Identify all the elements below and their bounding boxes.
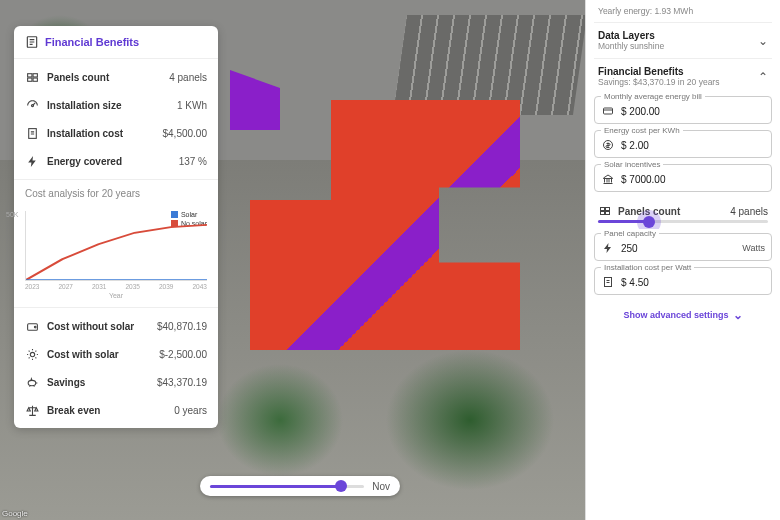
chevron-down-icon (758, 35, 768, 47)
card-icon (601, 104, 615, 118)
chart-xlabel: Year (25, 290, 207, 299)
show-advanced-label: Show advanced settings (623, 310, 728, 320)
results-list: Cost without solar$40,870.19 Cost with s… (14, 307, 218, 428)
xtick: 2027 (59, 283, 73, 290)
show-advanced-button[interactable]: Show advanced settings (594, 301, 772, 329)
result-value: $40,870.19 (157, 321, 207, 332)
coin-icon (601, 138, 615, 152)
metric-row: Installation size1 KWh (14, 91, 218, 119)
result-value: 0 years (174, 405, 207, 416)
result-row: Cost with solar$-2,500.00 (14, 340, 218, 368)
metric-row: Installation cost$4,500.00 (14, 119, 218, 147)
metric-value: 137 % (179, 156, 207, 167)
result-row: Savings$43,370.19 (14, 368, 218, 396)
svg-rect-1 (27, 73, 31, 76)
chevron-up-icon (758, 71, 768, 83)
metric-label: Panels count (47, 72, 161, 83)
svg-rect-15 (601, 212, 605, 215)
svg-rect-13 (601, 208, 605, 211)
field-legend: Solar incentives (601, 160, 663, 169)
xtick: 2039 (159, 283, 173, 290)
section-title: Financial Benefits (598, 66, 684, 77)
slider-fill (210, 485, 341, 488)
svg-rect-3 (27, 78, 31, 81)
install-cost-watt-field[interactable]: Installation cost per Watt $ 4.50 (594, 267, 772, 295)
chevron-down-icon (733, 309, 743, 321)
invoice-icon (25, 35, 39, 49)
svg-rect-2 (33, 73, 37, 76)
panels-count-row: Panels count 4 panels (594, 198, 772, 220)
svg-rect-11 (604, 108, 613, 114)
month-label: Nov (372, 481, 390, 492)
field-value: $ 200.00 (621, 106, 660, 117)
financial-benefits-card: Financial Benefits Panels count4 panels … (14, 26, 218, 428)
incentives-field[interactable]: Solar incentives $ 7000.00 (594, 164, 772, 192)
bolt-icon (601, 241, 615, 255)
field-value: $ 7000.00 (621, 174, 666, 185)
section-subtitle: Savings: $43,370.19 in 20 years (598, 77, 719, 87)
xtick: 2023 (25, 283, 39, 290)
card-title: Financial Benefits (45, 36, 139, 48)
panel-capacity-field[interactable]: Panel capacity 250 Watts (594, 233, 772, 261)
section-title: Data Layers (598, 30, 655, 41)
panels-icon (598, 204, 612, 218)
svg-point-9 (30, 352, 34, 356)
chart-xticks: 2023 2027 2031 2035 2039 2043 (25, 281, 207, 290)
result-label: Cost with solar (47, 349, 151, 360)
field-legend: Installation cost per Watt (601, 263, 694, 272)
field-value: 250 (621, 243, 638, 254)
svg-point-8 (34, 326, 36, 328)
metric-row: Panels count4 panels (14, 63, 218, 91)
piggy-icon (25, 375, 39, 389)
energy-cost-field[interactable]: Energy cost per KWh $ 2.00 (594, 130, 772, 158)
xtick: 2031 (92, 283, 106, 290)
field-value: $ 4.50 (621, 277, 649, 288)
field-unit: Watts (742, 243, 765, 253)
metric-label: Installation size (47, 100, 169, 111)
slider-thumb[interactable] (335, 480, 347, 492)
metric-label: Energy covered (47, 156, 171, 167)
panels-icon (25, 70, 39, 84)
month-slider[interactable]: Nov (200, 476, 400, 496)
yearly-energy-sub: Yearly energy: 1.93 MWh (594, 6, 772, 22)
svg-rect-14 (606, 208, 610, 211)
slider-fill (598, 220, 649, 223)
panels-value: 4 panels (730, 206, 768, 217)
slider-thumb[interactable] (643, 216, 655, 228)
bolt-icon (25, 154, 39, 168)
metric-value: $4,500.00 (163, 128, 208, 139)
slider-track[interactable] (210, 485, 364, 488)
field-legend: Monthly average energy bill (601, 92, 705, 101)
xtick: 2035 (126, 283, 140, 290)
chart-lines (26, 211, 207, 280)
cost-chart: 50K Solar No solar 2023 2027 2031 2035 2… (14, 207, 218, 307)
metric-value: 4 panels (169, 72, 207, 83)
bank-icon (601, 172, 615, 186)
settings-panel: Yearly energy: 1.93 MWh Data Layers Mont… (585, 0, 780, 520)
result-row: Cost without solar$40,870.19 (14, 312, 218, 340)
data-layers-section[interactable]: Data Layers Monthly sunshine (594, 22, 772, 58)
invoice-icon (601, 275, 615, 289)
panels-slider[interactable] (594, 220, 772, 227)
field-legend: Panel capacity (601, 229, 659, 238)
result-row: Break even0 years (14, 396, 218, 424)
section-subtitle: Monthly sunshine (598, 41, 664, 51)
financial-benefits-section[interactable]: Financial Benefits Savings: $43,370.19 i… (594, 58, 772, 90)
analysis-title: Cost analysis for 20 years (14, 179, 218, 207)
metric-value: 1 KWh (177, 100, 207, 111)
monthly-bill-field[interactable]: Monthly average energy bill $ 200.00 (594, 96, 772, 124)
card-header: Financial Benefits (14, 26, 218, 59)
svg-point-10 (28, 380, 36, 385)
xtick: 2043 (193, 283, 207, 290)
result-label: Savings (47, 377, 149, 388)
result-label: Cost without solar (47, 321, 149, 332)
invoice-icon (25, 126, 39, 140)
sun-icon (25, 347, 39, 361)
result-value: $43,370.19 (157, 377, 207, 388)
roof-overlay (250, 100, 520, 350)
metric-row: Energy covered137 % (14, 147, 218, 175)
map-attribution: Google (2, 509, 28, 518)
chart-ytick: 50K (6, 211, 18, 218)
svg-rect-4 (33, 78, 37, 81)
metrics-list: Panels count4 panels Installation size1 … (14, 59, 218, 179)
